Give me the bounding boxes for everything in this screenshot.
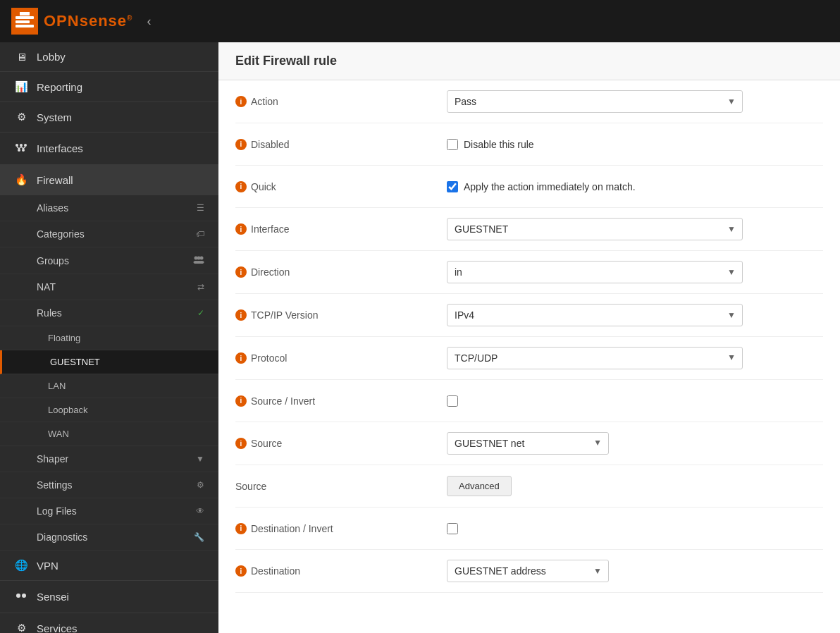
sidebar-subitem-diagnostics[interactable]: Diagnostics 🔧 bbox=[0, 524, 218, 551]
sidebar-label-firewall: Firewall bbox=[37, 174, 204, 186]
sidebar-subitem-groups[interactable]: Groups bbox=[0, 247, 218, 274]
source-advanced-label: Source bbox=[235, 481, 447, 492]
dest-invert-label: i Destination / Invert bbox=[235, 523, 447, 534]
shaper-label: Shaper bbox=[37, 453, 190, 465]
disabled-checkbox[interactable] bbox=[447, 139, 458, 150]
direction-select-wrapper: in out any ▼ bbox=[447, 261, 743, 283]
settings-label: Settings bbox=[37, 479, 191, 491]
interfaces-icon bbox=[14, 141, 28, 156]
nav-collapse-button[interactable]: ‹ bbox=[147, 14, 151, 29]
sidebar-item-firewall[interactable]: 🔥 Firewall bbox=[0, 165, 218, 195]
form-row-action: i Action Pass Block Reject ▼ bbox=[235, 80, 823, 123]
services-icon: ⚙ bbox=[14, 622, 28, 633]
svg-rect-0 bbox=[16, 16, 34, 19]
interface-select-wrapper: GUESTNET LAN WAN Loopback ▼ bbox=[447, 218, 743, 240]
sidebar-subitem-logfiles[interactable]: Log Files 👁 bbox=[0, 498, 218, 524]
sidebar-item-services[interactable]: ⚙ Services bbox=[0, 613, 218, 633]
sidebar-subitem-aliases[interactable]: Aliases ☰ bbox=[0, 195, 218, 221]
sidebar-subsubitem-wan[interactable]: WAN bbox=[0, 422, 218, 446]
main-layout: 🖥 Lobby 📊 Reporting ⚙ System bbox=[0, 42, 840, 633]
reporting-icon: 📊 bbox=[14, 80, 28, 93]
interface-select[interactable]: GUESTNET LAN WAN Loopback bbox=[447, 218, 743, 240]
nat-icon: ⇄ bbox=[197, 282, 204, 292]
rules-label: Rules bbox=[37, 307, 192, 319]
protocol-control: TCP/UDP TCP UDP ICMP any ▲ bbox=[447, 347, 823, 369]
source-invert-label: i Source / Invert bbox=[235, 395, 447, 407]
sidebar-subsubitem-guestnet[interactable]: GUESTNET bbox=[0, 350, 218, 374]
advanced-button[interactable]: Advanced bbox=[447, 476, 512, 496]
svg-line-11 bbox=[21, 147, 23, 149]
source-invert-checkbox[interactable] bbox=[447, 395, 458, 407]
dest-invert-info-icon[interactable]: i bbox=[235, 523, 247, 534]
direction-info-icon[interactable]: i bbox=[235, 266, 247, 278]
disabled-control: Disable this rule bbox=[447, 139, 823, 150]
sidebar-item-lobby[interactable]: 🖥 Lobby bbox=[0, 42, 218, 72]
protocol-label: i Protocol bbox=[235, 352, 447, 364]
svg-point-19 bbox=[16, 594, 20, 598]
sidebar-subitem-categories[interactable]: Categories 🏷 bbox=[0, 221, 218, 247]
quick-checkbox-label: Apply the action immediately on match. bbox=[464, 181, 636, 192]
sidebar-item-vpn[interactable]: 🌐 VPN bbox=[0, 551, 218, 581]
disabled-label: i Disabled bbox=[235, 139, 447, 150]
sidebar-item-system[interactable]: ⚙ System bbox=[0, 102, 218, 133]
direction-select[interactable]: in out any bbox=[447, 261, 743, 283]
shaper-icon: ▼ bbox=[196, 454, 204, 464]
quick-checkbox[interactable] bbox=[447, 181, 458, 192]
sidebar-item-sensei[interactable]: Sensei bbox=[0, 581, 218, 613]
svg-line-10 bbox=[19, 147, 21, 149]
logo-icon bbox=[11, 8, 38, 35]
action-select-wrapper: Pass Block Reject ▼ bbox=[447, 90, 743, 113]
quick-label: i Quick bbox=[235, 181, 447, 192]
logfiles-label: Log Files bbox=[37, 505, 190, 517]
quick-info-icon[interactable]: i bbox=[235, 181, 247, 192]
aliases-icon: ☰ bbox=[197, 203, 204, 213]
source-advanced-control: Advanced bbox=[447, 476, 823, 496]
sidebar-subitem-settings[interactable]: Settings ⚙ bbox=[0, 472, 218, 498]
source-info-icon[interactable]: i bbox=[235, 438, 247, 449]
interface-info-icon[interactable]: i bbox=[235, 223, 247, 235]
lan-label: LAN bbox=[48, 381, 66, 391]
destination-control: GUESTNET address GUESTNET net any LAN ne… bbox=[447, 560, 823, 582]
sidebar-subitem-rules[interactable]: Rules ✓ bbox=[0, 300, 218, 326]
sensei-icon bbox=[14, 589, 28, 604]
form-row-interface: i Interface GUESTNET LAN WAN Loopback ▼ bbox=[235, 208, 823, 251]
rules-check-icon: ✓ bbox=[197, 308, 204, 318]
protocol-select[interactable]: TCP/UDP TCP UDP ICMP any bbox=[447, 347, 743, 369]
diagnostics-icon: 🔧 bbox=[194, 532, 204, 542]
dest-invert-checkbox[interactable] bbox=[447, 523, 458, 534]
destination-info-icon[interactable]: i bbox=[235, 565, 247, 577]
sidebar-subsubitem-floating[interactable]: Floating bbox=[0, 326, 218, 350]
source-select[interactable]: GUESTNET net GUESTNET address any LAN ne… bbox=[447, 432, 609, 455]
sidebar-item-reporting[interactable]: 📊 Reporting bbox=[0, 72, 218, 102]
form-row-source-advanced: Source Advanced bbox=[235, 465, 823, 508]
sidebar-subsubitem-loopback[interactable]: Loopback bbox=[0, 398, 218, 422]
destination-select[interactable]: GUESTNET address GUESTNET net any LAN ne… bbox=[447, 560, 609, 582]
sidebar: 🖥 Lobby 📊 Reporting ⚙ System bbox=[0, 42, 218, 633]
tcpip-select[interactable]: IPv4 IPv6 IPv4+IPv6 bbox=[447, 304, 743, 326]
protocol-info-icon[interactable]: i bbox=[235, 352, 247, 364]
sidebar-item-interfaces[interactable]: Interfaces bbox=[0, 133, 218, 165]
tcpip-select-wrapper: IPv4 IPv6 IPv4+IPv6 ▼ bbox=[447, 304, 743, 326]
sidebar-subsubitem-lan[interactable]: LAN bbox=[0, 374, 218, 398]
svg-rect-1 bbox=[16, 20, 30, 23]
system-icon: ⚙ bbox=[14, 111, 28, 123]
vpn-icon: 🌐 bbox=[14, 559, 28, 572]
sidebar-subitem-nat[interactable]: NAT ⇄ bbox=[0, 274, 218, 300]
disabled-info-icon[interactable]: i bbox=[235, 139, 247, 150]
action-info-icon[interactable]: i bbox=[235, 96, 247, 107]
sidebar-subitem-shaper[interactable]: Shaper ▼ bbox=[0, 446, 218, 472]
form-row-source: i Source GUESTNET net GUESTNET address a… bbox=[235, 422, 823, 465]
form-row-source-invert: i Source / Invert bbox=[235, 380, 823, 422]
quick-control: Apply the action immediately on match. bbox=[447, 181, 823, 192]
tcpip-info-icon[interactable]: i bbox=[235, 309, 247, 321]
source-invert-info-icon[interactable]: i bbox=[235, 395, 247, 407]
interface-control: GUESTNET LAN WAN Loopback ▼ bbox=[447, 218, 823, 240]
svg-marker-3 bbox=[20, 12, 30, 16]
groups-icon bbox=[193, 254, 204, 266]
destination-select-wrapper: GUESTNET address GUESTNET net any LAN ne… bbox=[447, 560, 609, 582]
action-select[interactable]: Pass Block Reject bbox=[447, 90, 743, 113]
svg-point-6 bbox=[24, 144, 27, 147]
form-row-quick: i Quick Apply the action immediately on … bbox=[235, 166, 823, 208]
svg-point-5 bbox=[20, 144, 23, 147]
form-row-protocol: i Protocol TCP/UDP TCP UDP ICMP any ▲ bbox=[235, 337, 823, 380]
